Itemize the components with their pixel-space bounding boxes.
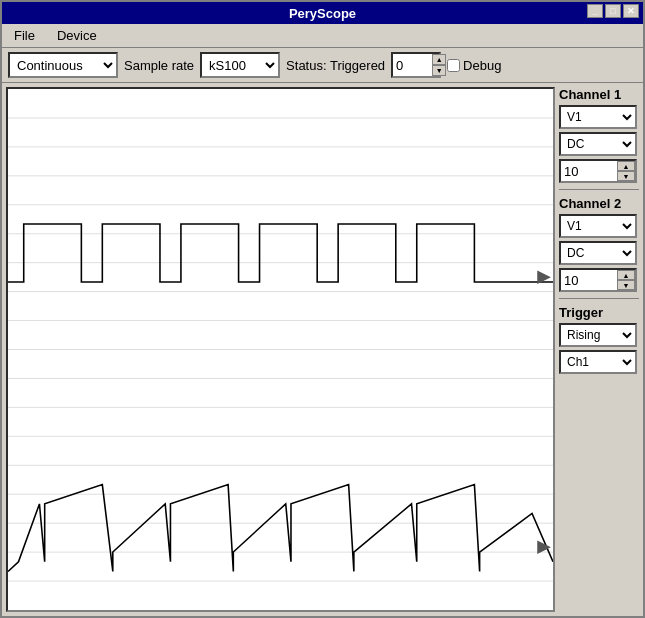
offset-up-arrow[interactable]: ▲ [432, 54, 446, 65]
channel2-panel: Channel 2 V1 V2 V5 V10 DC AC ▲ ▼ [559, 196, 639, 292]
status-label: Status: Triggered [286, 58, 385, 73]
debug-checkbox-label[interactable]: Debug [447, 58, 501, 73]
channel2-voltage-select[interactable]: V1 V2 V5 V10 [559, 214, 637, 238]
divider1 [559, 189, 639, 190]
channel2-spin-arrows: ▲ ▼ [617, 270, 635, 290]
menu-bar: File Device [2, 24, 643, 48]
title-bar: PeryScope _ □ ✕ [2, 2, 643, 24]
trigger-source-select[interactable]: Ch1 Ch2 [559, 350, 637, 374]
sample-rate-select[interactable]: kS100 kS50 kS10 [200, 52, 280, 78]
channel1-up-arrow[interactable]: ▲ [617, 161, 635, 171]
channel1-spin-arrows: ▲ ▼ [617, 161, 635, 181]
channel2-up-arrow[interactable]: ▲ [617, 270, 635, 280]
sample-rate-label: Sample rate [124, 58, 194, 73]
channel1-title: Channel 1 [559, 87, 639, 102]
debug-checkbox[interactable] [447, 59, 460, 72]
main-window: PeryScope _ □ ✕ File Device Continuous S… [0, 0, 645, 618]
close-button[interactable]: ✕ [623, 4, 639, 18]
channel1-offset-spin[interactable]: ▲ ▼ [559, 159, 637, 183]
toolbar: Continuous Single Normal Sample rate kS1… [2, 48, 643, 83]
channel2-down-arrow[interactable]: ▼ [617, 280, 635, 290]
title-bar-buttons: _ □ ✕ [587, 4, 639, 18]
divider2 [559, 298, 639, 299]
channel2-title: Channel 2 [559, 196, 639, 211]
offset-spin-arrows: ▲ ▼ [432, 54, 446, 76]
trigger-panel: Trigger Rising Falling Ch1 Ch2 [559, 305, 639, 374]
mode-select[interactable]: Continuous Single Normal [8, 52, 118, 78]
channel1-waveform [8, 224, 553, 282]
device-menu[interactable]: Device [51, 26, 103, 45]
file-menu[interactable]: File [8, 26, 41, 45]
offset-down-arrow[interactable]: ▼ [432, 65, 446, 76]
right-panel: Channel 1 V1 V2 V5 V10 DC AC ▲ ▼ [555, 83, 643, 616]
window-title: PeryScope [289, 6, 356, 21]
channel2-offset-input[interactable] [561, 273, 617, 288]
scope-area [6, 87, 555, 612]
channel2-waveform [8, 485, 553, 572]
channel2-offset-spin[interactable]: ▲ ▼ [559, 268, 637, 292]
offset-spinbox[interactable]: ▲ ▼ [391, 52, 441, 78]
channel2-coupling-select[interactable]: DC AC [559, 241, 637, 265]
scope-svg [8, 89, 553, 610]
minimize-button[interactable]: _ [587, 4, 603, 18]
channel1-voltage-select[interactable]: V1 V2 V5 V10 [559, 105, 637, 129]
content-area: Channel 1 V1 V2 V5 V10 DC AC ▲ ▼ [2, 83, 643, 616]
offset-input[interactable] [396, 58, 432, 73]
debug-label-text: Debug [463, 58, 501, 73]
channel1-offset-input[interactable] [561, 164, 617, 179]
channel1-down-arrow[interactable]: ▼ [617, 171, 635, 181]
channel1-panel: Channel 1 V1 V2 V5 V10 DC AC ▲ ▼ [559, 87, 639, 183]
channel1-coupling-select[interactable]: DC AC [559, 132, 637, 156]
maximize-button[interactable]: □ [605, 4, 621, 18]
trigger-title: Trigger [559, 305, 639, 320]
trigger-edge-select[interactable]: Rising Falling [559, 323, 637, 347]
